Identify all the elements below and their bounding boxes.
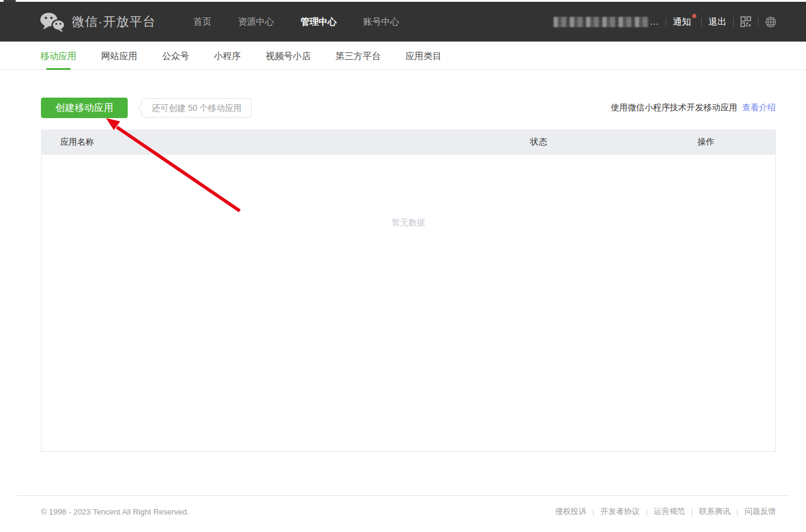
nav-account-center[interactable]: 账号中心 [363,16,399,28]
footer-separator: | [691,507,693,516]
copyright-text: © 1998 - 2023 Tencent All Right Reserved… [41,507,189,516]
tab-website-app[interactable]: 网站应用 [101,42,137,70]
table-body: 暂无数据 [41,155,776,452]
footer-link-contact-tencent[interactable]: 联系腾讯 [699,506,731,517]
screenshot-top-artifact [0,0,806,2]
divider [666,17,666,27]
footer-separator: | [646,507,648,516]
notifications-link[interactable]: 通知 [673,16,691,28]
top-header: 微信·开放平台 首页 资源中心 管理中心 账号中心 ... 通知 退出 [0,2,806,42]
footer-separator: | [737,507,739,516]
footer-link-developer-agreement[interactable]: 开发者协议 [601,506,640,517]
tab-app-category[interactable]: 应用类目 [405,42,442,70]
footer-link-infringement-complaint[interactable]: 侵权投诉 [555,506,586,517]
column-header-action: 操作 [698,137,776,148]
empty-state-text: 暂无数据 [42,155,775,228]
footer-separator: | [592,507,594,516]
redacted-account-text [554,17,649,27]
divider [733,17,734,27]
nav-management-center[interactable]: 管理中心 [301,16,337,28]
column-header-app-name: 应用名称 [41,137,530,148]
tab-official-account[interactable]: 公众号 [162,42,189,70]
page-footer: © 1998 - 2023 Tencent All Right Reserved… [41,506,776,517]
nav-resource-center[interactable]: 资源中心 [238,16,274,28]
footer-link-feedback[interactable]: 问题反馈 [745,506,776,517]
toolbar: 创建移动应用 还可创建 50 个移动应用 使用微信小程序技术开发移动应用 查看介… [41,98,776,118]
promo-text: 使用微信小程序技术开发移动应用 [611,102,737,112]
wechat-open-platform-logo[interactable]: 微信·开放平台 [40,12,156,32]
account-ellipsis: ... [650,17,659,27]
globe-icon[interactable] [765,16,776,28]
divider [758,17,758,27]
app-list-table: 应用名称 状态 操作 暂无数据 [41,130,776,452]
topbar-right-cluster: ... 通知 退出 [554,16,776,28]
quota-hint-tooltip: 还可创建 50 个移动应用 [142,98,252,117]
tab-mini-program[interactable]: 小程序 [214,42,241,70]
notification-dot [692,14,696,18]
account-name-redacted[interactable]: ... [554,17,659,27]
footer-links: 侵权投诉 | 开发者协议 | 运营规范 | 联系腾讯 | 问题反馈 [555,506,776,517]
divider [701,17,702,27]
wechat-logo-icon [40,12,65,32]
tab-channels-shop[interactable]: 视频号小店 [266,42,311,70]
notifications-label: 通知 [673,16,691,27]
promo-text-wrap: 使用微信小程序技术开发移动应用 查看介绍 [611,102,776,113]
footer-link-operation-rules[interactable]: 运营规范 [654,506,685,517]
table-header-row: 应用名称 状态 操作 [41,130,776,155]
nav-home[interactable]: 首页 [193,16,211,28]
screenshot-notch [4,0,16,2]
logout-link[interactable]: 退出 [708,16,726,28]
qr-code-icon[interactable] [740,16,751,27]
tab-third-party-platform[interactable]: 第三方平台 [336,42,381,70]
tab-mobile-app[interactable]: 移动应用 [40,42,77,70]
footer-divider [16,495,790,496]
view-intro-link[interactable]: 查看介绍 [742,102,776,112]
column-header-status: 状态 [530,137,698,148]
main-content: 创建移动应用 还可创建 50 个移动应用 使用微信小程序技术开发移动应用 查看介… [41,98,776,452]
app-type-subnav: 移动应用 网站应用 公众号 小程序 视频号小店 第三方平台 应用类目 [0,42,806,70]
main-nav: 首页 资源中心 管理中心 账号中心 [193,16,399,28]
logo-title: 微信·开放平台 [72,13,156,30]
create-mobile-app-button[interactable]: 创建移动应用 [41,98,128,118]
